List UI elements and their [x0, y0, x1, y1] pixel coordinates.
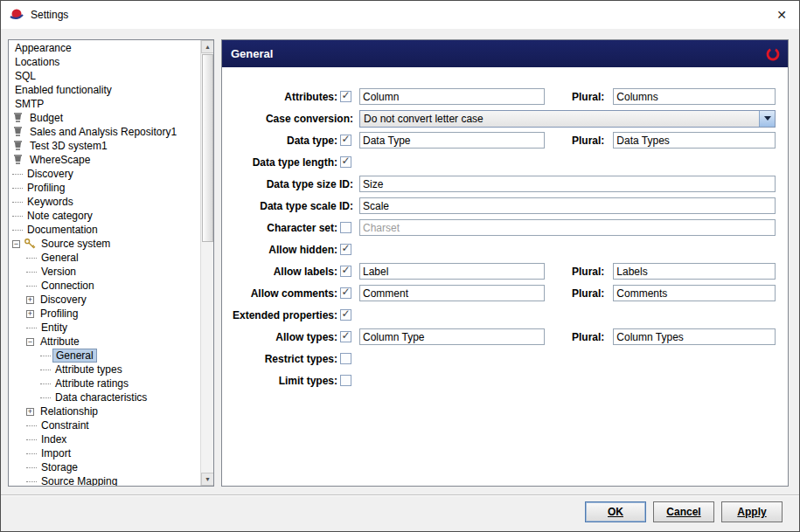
character-set-input[interactable] [359, 219, 776, 236]
restrict-types-checkbox[interactable] [340, 353, 351, 364]
tree-item-label: Import [38, 447, 73, 459]
extended-properties-checkbox[interactable]: ✓ [340, 309, 351, 321]
tree-item-label: Sales and Analysis Repository1 [27, 126, 179, 138]
tree-item[interactable]: Test 3D system1 [9, 139, 200, 153]
tree-item-label: Relationship [38, 405, 101, 418]
tree-connector [12, 230, 23, 231]
allow-types-plural-input[interactable] [613, 328, 776, 345]
tree-item[interactable]: −Attribute [9, 335, 200, 349]
tree-item[interactable]: Attribute types [9, 363, 200, 377]
plural-label: Plural: [572, 91, 604, 103]
tree-expander-plus-icon[interactable]: + [26, 310, 34, 318]
data-type-length-checkbox[interactable]: ✓ [340, 156, 351, 168]
window-title: Settings [31, 9, 68, 21]
data-type-size-id-input[interactable] [359, 176, 776, 192]
allow-labels-plural-input[interactable] [613, 263, 776, 280]
tree-item[interactable]: Enabled functionality [9, 83, 200, 97]
tree-item[interactable]: SQL [9, 69, 200, 83]
tree-item[interactable]: Import [9, 446, 200, 460]
tree-item-label: Note category [24, 210, 95, 222]
allow-types-checkbox[interactable]: ✓ [340, 331, 351, 342]
data-type-plural-input[interactable] [613, 132, 776, 149]
allow-comments-input[interactable] [359, 285, 545, 301]
tree-item[interactable]: Entity [9, 321, 200, 335]
field-label: Data type: [222, 135, 337, 147]
tree-item[interactable]: Budget [9, 111, 200, 125]
case-conversion-dropdown[interactable]: Do not convert letter case [359, 110, 776, 128]
tree-expander-plus-icon[interactable]: + [26, 408, 34, 416]
tree-item[interactable]: Index [9, 432, 200, 446]
scroll-thumb[interactable] [202, 54, 213, 242]
limit-types-checkbox[interactable] [340, 375, 351, 386]
ok-button[interactable]: OK [585, 501, 646, 522]
tree-item[interactable]: Constraint [9, 418, 200, 432]
attributes-plural-input[interactable] [613, 88, 776, 105]
tree-item[interactable]: Keywords [9, 195, 200, 209]
tree-item[interactable]: Attribute ratings [9, 377, 200, 390]
tree-item-label: Attribute [38, 335, 82, 348]
data-type-input[interactable] [359, 132, 545, 149]
tree-item[interactable]: Discovery [9, 167, 200, 181]
form-row: Extended properties:✓ [222, 304, 788, 326]
tree-item[interactable]: SMTP [9, 97, 200, 111]
tree-connector [26, 439, 37, 440]
allow-comments-plural-input[interactable] [613, 285, 776, 301]
attributes-checkbox[interactable]: ✓ [340, 91, 351, 102]
allow-comments-checkbox[interactable]: ✓ [340, 287, 351, 299]
data-type-checkbox[interactable]: ✓ [340, 135, 351, 146]
allow-labels-checkbox[interactable]: ✓ [340, 266, 351, 277]
form-row: Allow hidden:✓ [222, 238, 788, 260]
tree-connector [40, 383, 51, 384]
tree-expander-minus-icon[interactable]: − [26, 338, 34, 346]
form-row: Limit types: [222, 370, 788, 391]
tree-item[interactable]: Note category [9, 209, 200, 223]
tree-item[interactable]: Data characteristics [9, 390, 200, 404]
tree-item[interactable]: Profiling [9, 181, 200, 195]
tree-expander-plus-icon[interactable]: + [26, 296, 34, 304]
tree-item-label: Enabled functionality [12, 84, 115, 96]
attributes-input[interactable] [359, 88, 545, 105]
apply-button[interactable]: Apply [721, 501, 783, 522]
tree-item-label: Keywords [24, 196, 76, 208]
field-label: Case conversion: [222, 113, 353, 125]
scroll-up-button[interactable]: ▲ [201, 40, 214, 53]
check-mark-icon: ✓ [342, 287, 351, 298]
character-set-checkbox[interactable] [340, 222, 351, 233]
tree-item[interactable]: Source Mapping [9, 474, 200, 486]
check-mark-icon: ✓ [342, 134, 351, 145]
scroll-down-button[interactable]: ▼ [201, 473, 214, 486]
tree-expander-minus-icon[interactable]: − [12, 240, 20, 248]
allow-hidden-checkbox[interactable]: ✓ [340, 244, 351, 255]
tree-item[interactable]: Appearance [9, 41, 200, 55]
tree-connector [26, 272, 37, 273]
data-type-scale-id-input[interactable] [359, 197, 776, 214]
tree-item[interactable]: General [9, 251, 200, 265]
tree-scrollbar[interactable]: ▲ ▼ [200, 40, 213, 486]
tree-item[interactable]: WhereScape [9, 153, 200, 167]
allow-labels-input[interactable] [359, 263, 545, 280]
tree-item[interactable]: Version [9, 265, 200, 279]
field-label: Allow hidden: [222, 244, 337, 256]
close-button[interactable]: ✕ [764, 1, 799, 29]
tree-item[interactable]: Locations [9, 55, 200, 69]
tree-item[interactable]: Connection [9, 279, 200, 293]
tree-connector [12, 188, 23, 189]
keys-icon [24, 238, 36, 250]
tree-item[interactable]: Storage [9, 460, 200, 474]
tree-item[interactable]: +Profiling [9, 307, 200, 321]
tree-connector [26, 467, 37, 468]
cancel-button[interactable]: Cancel [653, 501, 714, 522]
tree-item-label: SMTP [12, 98, 46, 110]
tree-item-label: Storage [38, 461, 80, 473]
tree-item[interactable]: +Discovery [9, 293, 200, 307]
form-row: Allow types:✓Plural: [222, 326, 788, 348]
tree-item[interactable]: +Relationship [9, 404, 200, 418]
plural-label: Plural: [572, 266, 604, 278]
tree-item[interactable]: Sales and Analysis Repository1 [9, 125, 200, 139]
tree-item[interactable]: Documentation [9, 223, 200, 237]
form-row: Allow comments:✓Plural: [222, 282, 788, 304]
allow-types-input[interactable] [359, 328, 545, 345]
tree-item[interactable]: −Source system [9, 237, 200, 251]
tree-item[interactable]: General [9, 349, 200, 363]
dropdown-arrow-button[interactable] [759, 111, 775, 127]
